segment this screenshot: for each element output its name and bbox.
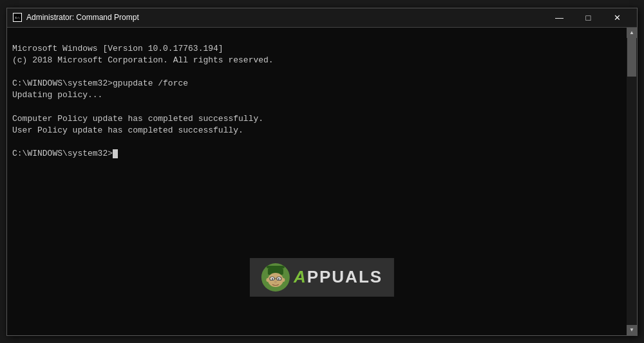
watermark-ppuals: PPUALS [307, 267, 383, 286]
svg-point-12 [281, 278, 285, 282]
scroll-down-arrow[interactable]: ▼ [627, 325, 637, 335]
close-button[interactable]: ✕ [603, 8, 632, 27]
minimize-button[interactable]: — [545, 8, 574, 27]
terminal-line-5: Updating policy... [12, 90, 102, 100]
scroll-up-arrow[interactable]: ▲ [627, 28, 637, 38]
scrollbar-thumb[interactable] [627, 38, 636, 77]
logo-svg [261, 263, 290, 292]
titlebar-left: Administrator: Command Prompt [12, 12, 139, 23]
titlebar-controls: — □ ✕ [545, 8, 632, 27]
svg-point-11 [266, 278, 269, 282]
terminal-line-8: User Policy update has completed success… [12, 125, 243, 135]
terminal-line-7: Computer Policy update has completed suc… [12, 114, 263, 124]
terminal-line-4: C:\WINDOWS\system32>gpupdate /force [12, 79, 188, 88]
titlebar: Administrator: Command Prompt — □ ✕ [7, 8, 637, 28]
svg-point-10 [274, 281, 277, 283]
window-title: Administrator: Command Prompt [26, 13, 139, 22]
watermark-text: APPUALS [294, 267, 383, 287]
svg-rect-0 [267, 266, 285, 268]
terminal-line-2: (c) 2018 Microsoft Corporation. All righ… [12, 55, 274, 65]
scrollbar-track[interactable] [627, 38, 637, 325]
cmd-window: Administrator: Command Prompt — □ ✕ Micr… [6, 8, 638, 336]
svg-point-6 [278, 278, 279, 279]
scrollbar[interactable]: ▲ ▼ [627, 28, 637, 335]
svg-point-5 [272, 278, 273, 279]
logo-icon [261, 263, 290, 292]
maximize-button[interactable]: □ [574, 8, 603, 27]
watermark: APPUALS [250, 258, 394, 297]
cmd-icon [13, 13, 22, 22]
window-icon [12, 12, 23, 23]
cursor [113, 149, 118, 158]
terminal-body[interactable]: Microsoft Windows [Version 10.0.17763.19… [7, 28, 637, 335]
watermark-a: A [294, 267, 307, 286]
terminal-prompt: C:\WINDOWS\system32> [12, 149, 113, 158]
terminal-line-1: Microsoft Windows [Version 10.0.17763.19… [12, 44, 223, 53]
